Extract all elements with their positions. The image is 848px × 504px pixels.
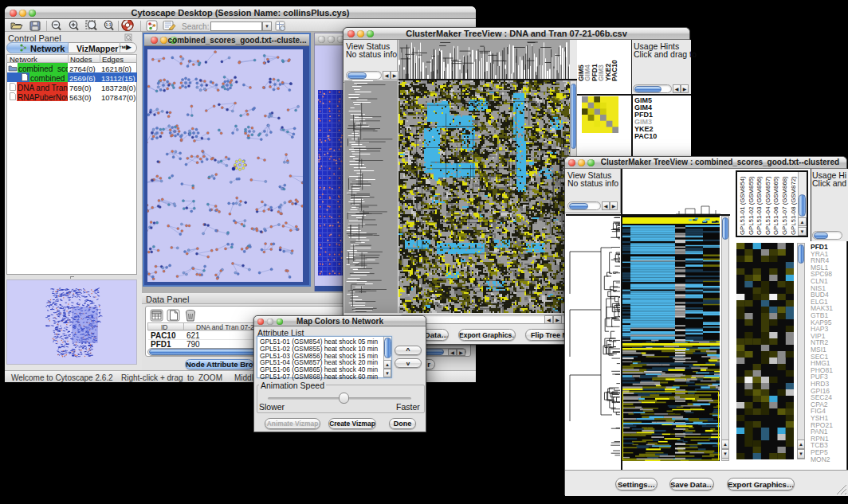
svg-text:GPL51-02 (GSM855): GPL51-02 (GSM855) xyxy=(748,176,755,235)
svg-text:GPL51-06 (GSM865): GPL51-06 (GSM865) xyxy=(772,176,779,235)
svg-text:GPL51-01 (GSM854): GPL51-01 (GSM854) xyxy=(739,176,746,235)
svg-text:GPL51-04 (GSM857): GPL51-04 (GSM857) xyxy=(764,176,771,235)
svg-text:GPL51-08 (GSM872): GPL51-08 (GSM872) xyxy=(790,176,797,235)
svg-text:GPL51-03 (GSM856): GPL51-03 (GSM856) xyxy=(756,176,763,235)
svg-text:PAC10: PAC10 xyxy=(610,60,618,81)
svg-text:1:1: 1:1 xyxy=(105,22,111,27)
svg-text:GPL51-07 (GSM868): GPL51-07 (GSM868) xyxy=(781,176,788,235)
